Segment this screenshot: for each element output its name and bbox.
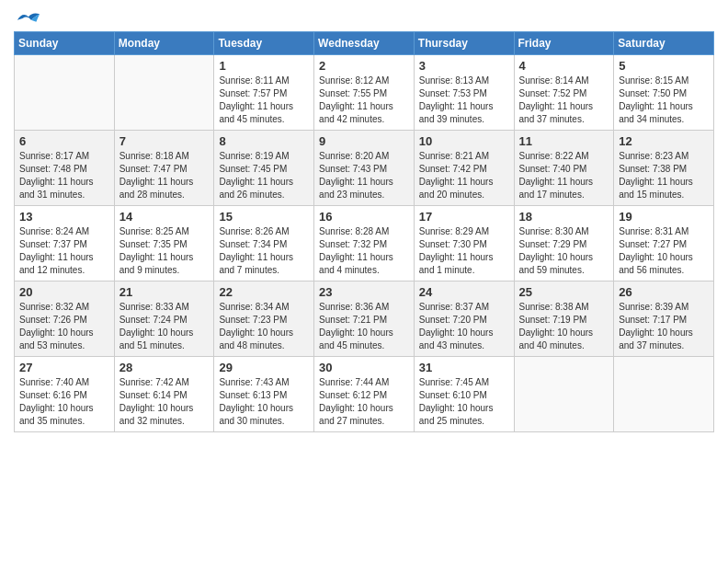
day-number: 11 — [519, 134, 609, 148]
day-info: Sunrise: 8:15 AM Sunset: 7:50 PM Dayligh… — [619, 75, 709, 126]
day-info: Sunrise: 8:14 AM Sunset: 7:52 PM Dayligh… — [519, 75, 609, 126]
calendar-cell: 30Sunrise: 7:44 AM Sunset: 6:12 PM Dayli… — [314, 357, 415, 432]
day-info: Sunrise: 8:11 AM Sunset: 7:57 PM Dayligh… — [219, 75, 309, 126]
day-number: 26 — [619, 285, 709, 299]
day-info: Sunrise: 8:24 AM Sunset: 7:37 PM Dayligh… — [19, 225, 109, 277]
calendar-cell: 15Sunrise: 8:26 AM Sunset: 7:34 PM Dayli… — [214, 206, 314, 282]
calendar-week-row: 27Sunrise: 7:40 AM Sunset: 6:16 PM Dayli… — [15, 357, 714, 432]
day-number: 1 — [219, 59, 309, 73]
calendar-table: SundayMondayTuesdayWednesdayThursdayFrid… — [14, 31, 714, 432]
day-number: 31 — [419, 361, 509, 374]
day-number: 17 — [419, 210, 509, 224]
day-number: 6 — [19, 134, 109, 148]
calendar-cell — [514, 357, 614, 432]
day-info: Sunrise: 8:34 AM Sunset: 7:23 PM Dayligh… — [219, 301, 309, 352]
logo-bird-icon — [16, 9, 41, 28]
calendar-cell: 16Sunrise: 8:28 AM Sunset: 7:32 PM Dayli… — [314, 206, 415, 282]
calendar-cell: 10Sunrise: 8:21 AM Sunset: 7:42 PM Dayli… — [414, 131, 514, 206]
day-info: Sunrise: 7:43 AM Sunset: 6:13 PM Dayligh… — [219, 376, 309, 428]
calendar-cell: 18Sunrise: 8:30 AM Sunset: 7:29 PM Dayli… — [514, 206, 614, 282]
day-info: Sunrise: 8:30 AM Sunset: 7:29 PM Dayligh… — [519, 225, 609, 277]
day-number: 9 — [319, 134, 409, 148]
calendar-week-row: 13Sunrise: 8:24 AM Sunset: 7:37 PM Dayli… — [15, 206, 714, 282]
calendar-cell: 20Sunrise: 8:32 AM Sunset: 7:26 PM Dayli… — [15, 282, 115, 357]
calendar-cell: 17Sunrise: 8:29 AM Sunset: 7:30 PM Dayli… — [414, 206, 514, 282]
day-info: Sunrise: 7:40 AM Sunset: 6:16 PM Dayligh… — [19, 376, 109, 428]
column-header-saturday: Saturday — [614, 32, 714, 55]
day-info: Sunrise: 7:44 AM Sunset: 6:12 PM Dayligh… — [319, 376, 409, 428]
day-number: 10 — [419, 134, 509, 148]
day-info: Sunrise: 8:12 AM Sunset: 7:55 PM Dayligh… — [319, 75, 409, 126]
calendar-cell: 11Sunrise: 8:22 AM Sunset: 7:40 PM Dayli… — [514, 131, 614, 206]
day-info: Sunrise: 7:42 AM Sunset: 6:14 PM Dayligh… — [119, 376, 210, 428]
day-number: 13 — [19, 210, 109, 224]
column-header-wednesday: Wednesday — [314, 32, 415, 55]
day-info: Sunrise: 8:23 AM Sunset: 7:38 PM Dayligh… — [619, 150, 709, 201]
day-number: 20 — [19, 285, 109, 299]
day-number: 8 — [219, 134, 309, 148]
day-info: Sunrise: 8:36 AM Sunset: 7:21 PM Dayligh… — [319, 301, 409, 352]
calendar-cell: 13Sunrise: 8:24 AM Sunset: 7:37 PM Dayli… — [15, 206, 115, 282]
day-info: Sunrise: 8:20 AM Sunset: 7:43 PM Dayligh… — [319, 150, 409, 201]
column-header-monday: Monday — [114, 32, 214, 55]
calendar-header-row: SundayMondayTuesdayWednesdayThursdayFrid… — [15, 32, 714, 55]
day-number: 30 — [319, 361, 409, 374]
day-info: Sunrise: 8:25 AM Sunset: 7:35 PM Dayligh… — [119, 225, 210, 277]
calendar-cell: 6Sunrise: 8:17 AM Sunset: 7:48 PM Daylig… — [15, 131, 115, 206]
column-header-thursday: Thursday — [414, 32, 514, 55]
calendar-cell: 26Sunrise: 8:39 AM Sunset: 7:17 PM Dayli… — [614, 282, 714, 357]
day-number: 27 — [19, 361, 109, 374]
day-info: Sunrise: 8:28 AM Sunset: 7:32 PM Dayligh… — [319, 225, 409, 277]
day-number: 16 — [319, 210, 409, 224]
calendar-week-row: 1Sunrise: 8:11 AM Sunset: 7:57 PM Daylig… — [15, 55, 714, 131]
day-number: 21 — [119, 285, 210, 299]
calendar-cell: 7Sunrise: 8:18 AM Sunset: 7:47 PM Daylig… — [114, 131, 214, 206]
calendar-cell: 19Sunrise: 8:31 AM Sunset: 7:27 PM Dayli… — [614, 206, 714, 282]
page-header — [14, 9, 714, 24]
day-info: Sunrise: 8:17 AM Sunset: 7:48 PM Dayligh… — [19, 150, 109, 201]
calendar-cell: 25Sunrise: 8:38 AM Sunset: 7:19 PM Dayli… — [514, 282, 614, 357]
calendar-cell — [15, 55, 115, 131]
calendar-cell — [614, 357, 714, 432]
column-header-sunday: Sunday — [15, 32, 115, 55]
day-number: 14 — [119, 210, 210, 224]
day-number: 4 — [519, 59, 609, 73]
calendar-cell: 9Sunrise: 8:20 AM Sunset: 7:43 PM Daylig… — [314, 131, 415, 206]
day-info: Sunrise: 8:18 AM Sunset: 7:47 PM Dayligh… — [119, 150, 210, 201]
calendar-cell: 14Sunrise: 8:25 AM Sunset: 7:35 PM Dayli… — [114, 206, 214, 282]
day-number: 2 — [319, 59, 409, 73]
day-info: Sunrise: 7:45 AM Sunset: 6:10 PM Dayligh… — [419, 376, 509, 428]
day-info: Sunrise: 8:19 AM Sunset: 7:45 PM Dayligh… — [219, 150, 309, 201]
calendar-cell: 21Sunrise: 8:33 AM Sunset: 7:24 PM Dayli… — [114, 282, 214, 357]
logo — [14, 9, 41, 24]
day-number: 18 — [519, 210, 609, 224]
day-info: Sunrise: 8:37 AM Sunset: 7:20 PM Dayligh… — [419, 301, 509, 352]
calendar-week-row: 6Sunrise: 8:17 AM Sunset: 7:48 PM Daylig… — [15, 131, 714, 206]
calendar-cell: 1Sunrise: 8:11 AM Sunset: 7:57 PM Daylig… — [214, 55, 314, 131]
day-info: Sunrise: 8:21 AM Sunset: 7:42 PM Dayligh… — [419, 150, 509, 201]
calendar-week-row: 20Sunrise: 8:32 AM Sunset: 7:26 PM Dayli… — [15, 282, 714, 357]
calendar-cell: 2Sunrise: 8:12 AM Sunset: 7:55 PM Daylig… — [314, 55, 415, 131]
calendar-cell: 29Sunrise: 7:43 AM Sunset: 6:13 PM Dayli… — [214, 357, 314, 432]
day-info: Sunrise: 8:26 AM Sunset: 7:34 PM Dayligh… — [219, 225, 309, 277]
calendar-cell: 22Sunrise: 8:34 AM Sunset: 7:23 PM Dayli… — [214, 282, 314, 357]
calendar-cell: 3Sunrise: 8:13 AM Sunset: 7:53 PM Daylig… — [414, 55, 514, 131]
column-header-friday: Friday — [514, 32, 614, 55]
day-info: Sunrise: 8:38 AM Sunset: 7:19 PM Dayligh… — [519, 301, 609, 352]
calendar-cell: 12Sunrise: 8:23 AM Sunset: 7:38 PM Dayli… — [614, 131, 714, 206]
day-number: 3 — [419, 59, 509, 73]
calendar-cell: 5Sunrise: 8:15 AM Sunset: 7:50 PM Daylig… — [614, 55, 714, 131]
calendar-cell: 4Sunrise: 8:14 AM Sunset: 7:52 PM Daylig… — [514, 55, 614, 131]
day-number: 7 — [119, 134, 210, 148]
day-info: Sunrise: 8:22 AM Sunset: 7:40 PM Dayligh… — [519, 150, 609, 201]
day-number: 29 — [219, 361, 309, 374]
day-number: 12 — [619, 134, 709, 148]
day-number: 5 — [619, 59, 709, 73]
column-header-tuesday: Tuesday — [214, 32, 314, 55]
day-number: 25 — [519, 285, 609, 299]
day-number: 15 — [219, 210, 309, 224]
calendar-cell — [114, 55, 214, 131]
day-number: 19 — [619, 210, 709, 224]
calendar-cell: 28Sunrise: 7:42 AM Sunset: 6:14 PM Dayli… — [114, 357, 214, 432]
day-info: Sunrise: 8:13 AM Sunset: 7:53 PM Dayligh… — [419, 75, 509, 126]
